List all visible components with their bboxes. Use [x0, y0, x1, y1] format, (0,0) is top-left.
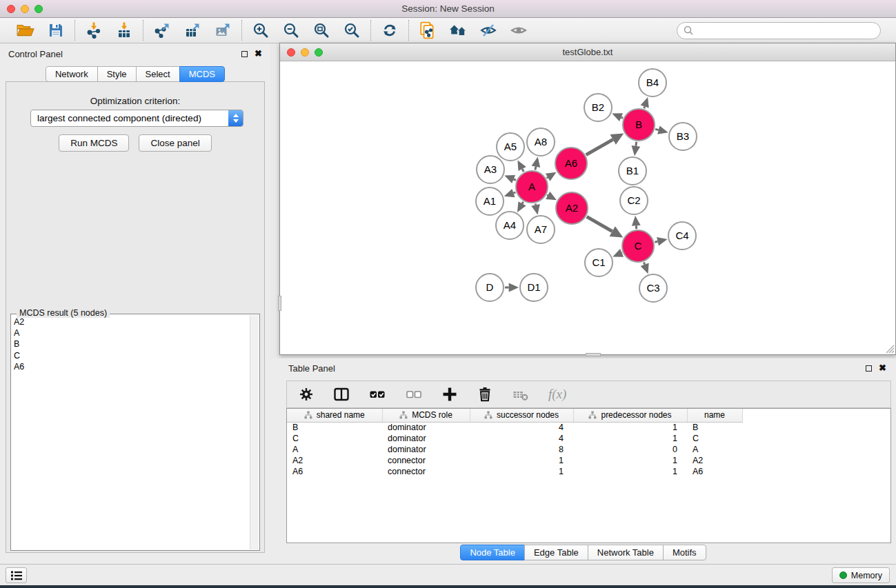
table-cell[interactable]: 1 [573, 455, 687, 466]
column-header-shared-name[interactable]: shared name [287, 409, 382, 422]
close-panel-icon[interactable]: ✖ [255, 50, 262, 57]
table-settings-button[interactable] [298, 385, 315, 403]
zoom-in-button[interactable] [252, 21, 270, 39]
first-neighbors-button[interactable] [449, 21, 467, 39]
table-cell[interactable]: A2 [687, 455, 742, 466]
graph-edge-A-A4[interactable] [522, 202, 524, 204]
table-cell[interactable]: 1 [573, 422, 687, 433]
select-all-columns-button[interactable] [368, 385, 386, 403]
graph-edge-A-A5[interactable] [522, 169, 524, 172]
close-panel-button[interactable]: Close panel [139, 134, 211, 152]
graph-edge-B-B3[interactable] [655, 129, 659, 130]
resize-grip-icon[interactable] [884, 343, 895, 354]
network-window-titlebar[interactable]: testGlobe.txt [280, 43, 895, 61]
table-cell[interactable]: 1 [470, 455, 573, 466]
result-item[interactable]: B [14, 338, 248, 349]
export-network-button[interactable] [153, 21, 171, 39]
graph-edge-B-B2[interactable] [621, 117, 623, 118]
table-cell[interactable]: A2 [287, 455, 382, 466]
delete-column-button[interactable] [477, 385, 493, 403]
zoom-fit-button[interactable] [312, 21, 330, 39]
new-network-from-selection-button[interactable] [419, 21, 437, 39]
table-cell[interactable]: 4 [470, 433, 573, 444]
criterion-dropdown[interactable]: largest connected component (directed) [30, 110, 243, 127]
import-network-button[interactable] [85, 21, 103, 39]
tab-style[interactable]: Style [97, 66, 137, 82]
table-cell[interactable]: connector [382, 466, 470, 477]
delete-table-button[interactable] [512, 385, 530, 403]
unselect-all-columns-button[interactable] [405, 385, 423, 403]
open-session-button[interactable] [17, 21, 34, 39]
zoom-selected-button[interactable] [343, 21, 361, 39]
result-list-scrollbar[interactable] [250, 315, 259, 549]
table-cell[interactable]: 8 [470, 444, 573, 455]
table-row[interactable]: A2connector11A2 [287, 455, 890, 466]
tab-mcds[interactable]: MCDS [179, 66, 225, 82]
graph-edge-A6-B[interactable] [586, 139, 613, 154]
horizontal-split-handle[interactable] [586, 353, 601, 356]
table-cell[interactable]: A6 [687, 466, 742, 477]
table-cell[interactable]: C [287, 433, 382, 444]
table-row[interactable]: Adominator80A [287, 444, 890, 455]
run-mcds-button[interactable]: Run MCDS [59, 134, 129, 152]
mcds-result-list[interactable]: A2ABCA6 [14, 316, 248, 548]
show-all-button[interactable] [510, 21, 528, 39]
maximize-window-button[interactable] [34, 5, 43, 13]
result-item[interactable]: C [14, 350, 248, 361]
graph-edge-A-A3[interactable] [514, 179, 516, 180]
zoom-out-button[interactable] [282, 21, 300, 39]
table-row[interactable]: Bdominator41B [287, 422, 890, 433]
show-columns-button[interactable] [333, 385, 350, 403]
hide-selected-button[interactable] [479, 21, 497, 39]
column-header-successor-nodes[interactable]: successor nodes [470, 409, 573, 422]
table-row[interactable]: Cdominator41C [287, 433, 890, 444]
export-table-button[interactable] [183, 21, 201, 39]
search-input[interactable] [697, 26, 874, 36]
result-item[interactable]: A6 [14, 361, 248, 372]
table-cell[interactable]: dominator [382, 422, 470, 433]
close-window-button[interactable] [7, 5, 15, 13]
column-header-mcds-role[interactable]: MCDS role [382, 409, 470, 422]
table-cell[interactable]: A6 [287, 466, 382, 477]
table-cell[interactable]: B [287, 422, 382, 433]
tab-network-table[interactable]: Network Table [588, 545, 664, 560]
table-cell[interactable]: C [687, 433, 742, 444]
column-header-predecessor-nodes[interactable]: predecessor nodes [573, 409, 687, 422]
refresh-view-button[interactable] [381, 21, 399, 39]
float-panel-icon[interactable] [241, 51, 248, 57]
graph-edge-A-A8[interactable] [535, 167, 536, 170]
table-cell[interactable]: 1 [573, 433, 687, 444]
table-cell[interactable]: B [687, 422, 742, 433]
graph-edge-B-B1[interactable] [636, 142, 637, 146]
vertical-split-handle[interactable] [278, 296, 281, 311]
float-table-panel-icon[interactable] [866, 365, 872, 372]
table-cell[interactable]: dominator [382, 433, 470, 444]
graph-edge-A-A1[interactable] [513, 192, 515, 193]
close-table-panel-icon[interactable]: ✖ [879, 365, 886, 372]
tab-select[interactable]: Select [136, 66, 180, 82]
import-table-button[interactable] [115, 21, 133, 39]
search-box[interactable] [677, 22, 881, 39]
result-item[interactable]: A2 [14, 316, 248, 327]
result-item[interactable]: A [14, 327, 248, 338]
table-cell[interactable]: 1 [470, 466, 573, 477]
memory-button[interactable]: Memory [832, 567, 890, 583]
network-minimize-button[interactable] [301, 48, 309, 57]
table-cell[interactable]: A [287, 444, 382, 455]
node-table[interactable]: shared nameMCDS rolesuccessor nodesprede… [286, 408, 891, 543]
tab-edge-table[interactable]: Edge Table [524, 545, 588, 560]
save-session-button[interactable] [47, 21, 65, 39]
network-maximize-button[interactable] [315, 48, 323, 57]
table-cell[interactable]: 1 [573, 466, 687, 477]
graph-edge-A2-C[interactable] [587, 216, 613, 231]
function-builder-button[interactable]: f(x) [548, 385, 566, 403]
graph-edge-A-A2[interactable] [547, 195, 548, 196]
network-close-button[interactable] [287, 48, 295, 57]
tab-network[interactable]: Network [46, 66, 98, 82]
table-cell[interactable]: 0 [573, 444, 687, 455]
task-history-button[interactable] [6, 567, 27, 583]
table-cell[interactable]: 4 [470, 422, 573, 433]
table-row[interactable]: A6connector11A6 [287, 466, 890, 477]
graph-edge-C-C3[interactable] [644, 263, 644, 265]
column-header-name[interactable]: name [687, 409, 742, 422]
